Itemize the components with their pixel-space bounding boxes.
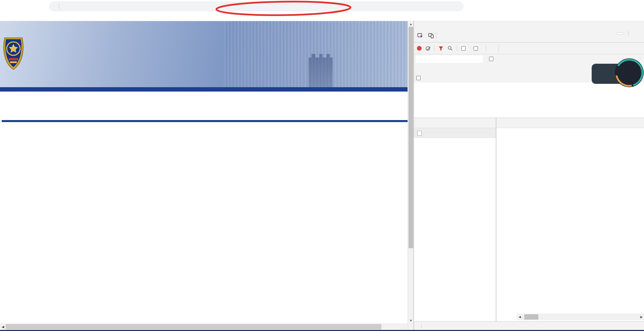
console-warning-badge[interactable] <box>616 33 624 35</box>
device-toolbar-icon[interactable] <box>427 32 435 39</box>
nmpa-header-banner <box>0 21 408 87</box>
devtools-panel: ◀ ▶ <box>414 21 644 331</box>
clear-network-log-icon[interactable] <box>426 46 430 51</box>
record-network-log-button[interactable] <box>417 46 422 51</box>
address-divider <box>59 4 59 9</box>
disable-cache-checkbox[interactable] <box>474 46 478 51</box>
nmpa-emblem-logo <box>3 32 24 76</box>
response-more-tabs-chevron[interactable] <box>506 121 507 125</box>
response-scroll-right-arrow[interactable]: ▶ <box>639 314 644 320</box>
preserve-log-checkbox[interactable] <box>461 46 466 51</box>
network-overview-timeline[interactable] <box>414 82 644 118</box>
horizontal-scroll-thumb[interactable] <box>6 324 381 330</box>
scroll-left-arrow[interactable]: ◀ <box>0 323 6 330</box>
status-divider <box>421 324 422 329</box>
response-horizontal-scrollbar[interactable]: ◀ ▶ <box>517 314 644 320</box>
toolbar-divider <box>498 45 499 51</box>
scroll-up-arrow[interactable]: ▲ <box>408 21 414 27</box>
toolbar-divider <box>434 45 434 51</box>
blocked-requests-checkbox[interactable] <box>416 76 421 80</box>
network-filter-row <box>414 54 644 64</box>
request-row[interactable] <box>414 128 496 138</box>
network-toolbar <box>414 43 644 54</box>
toolbar-divider <box>486 45 486 51</box>
nav-strip <box>0 87 408 92</box>
great-wall-decoration <box>309 51 333 87</box>
blocked-requests-row <box>416 73 423 82</box>
browser-toolbar <box>0 0 644 12</box>
request-list-header[interactable] <box>414 118 496 128</box>
tabbar-divider <box>436 33 436 39</box>
tabbar-divider <box>628 31 629 37</box>
tabbar-right-cluster <box>616 31 642 37</box>
filter-funnel-icon[interactable] <box>438 46 443 51</box>
performance-ring-gauge <box>614 58 644 88</box>
back-button[interactable] <box>3 1 14 11</box>
network-panes: ◀ ▶ <box>414 118 644 321</box>
toolbar-divider <box>457 45 457 51</box>
browser-window: ◀ ▲ ▼ <box>0 0 644 331</box>
response-scroll-left-arrow[interactable]: ◀ <box>517 314 523 320</box>
page-content: ◀ <box>0 21 408 331</box>
response-scroll-thumb[interactable] <box>524 314 538 320</box>
vertical-scroll-thumb[interactable] <box>409 27 413 248</box>
devtools-status-bar <box>414 321 644 331</box>
response-pane-tabbar <box>496 118 644 128</box>
search-icon[interactable] <box>447 46 453 51</box>
forward-button[interactable] <box>14 1 25 11</box>
filter-input[interactable] <box>416 55 483 63</box>
inspect-element-icon[interactable] <box>417 32 424 39</box>
address-bar[interactable] <box>49 1 464 11</box>
bookmarks-bar <box>0 12 644 21</box>
devtools-tabbar <box>414 21 644 43</box>
page-vertical-scrollbar[interactable]: ▲ ▼ <box>408 21 414 330</box>
hide-data-urls-checkbox[interactable] <box>489 57 493 61</box>
page-horizontal-scrollbar[interactable]: ◀ <box>0 323 408 330</box>
reload-button[interactable] <box>25 1 37 11</box>
scroll-down-arrow[interactable]: ▼ <box>408 318 414 323</box>
license-table <box>2 120 408 122</box>
response-code-area <box>496 128 644 314</box>
json-doc-icon <box>417 131 422 136</box>
